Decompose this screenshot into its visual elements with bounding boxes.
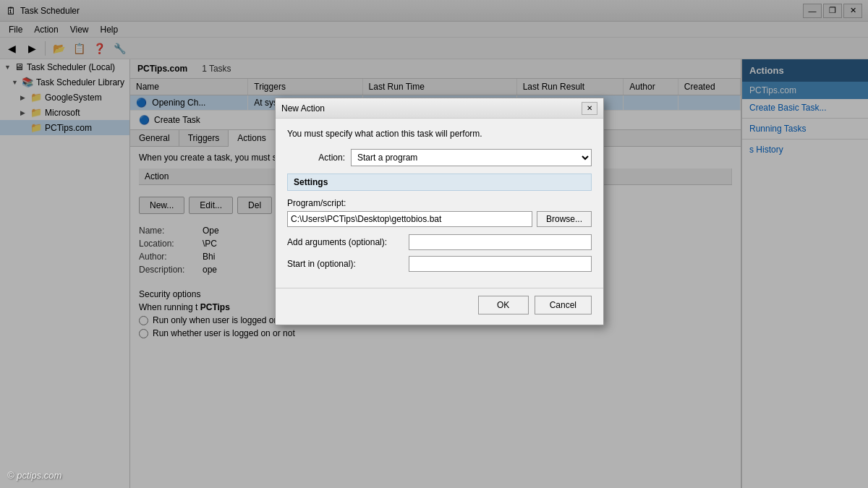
ok-button[interactable]: OK — [478, 296, 529, 314]
settings-header: Settings — [287, 174, 592, 191]
action-select[interactable]: Start a program Send an e-mail Display a… — [351, 149, 592, 166]
program-input-row: Browse... — [287, 211, 592, 227]
action-label: Action: — [287, 153, 345, 163]
modal-title: New Action — [281, 103, 582, 114]
start-in-label: Start in (optional): — [287, 259, 403, 269]
modal-close-button[interactable]: ✕ — [582, 102, 597, 115]
program-input[interactable] — [287, 211, 532, 227]
add-args-row: Add arguments (optional): — [287, 234, 592, 250]
modal-overlay: New Action ✕ You must specify what actio… — [0, 0, 868, 488]
modal-description: You must specify what action this task w… — [287, 129, 592, 139]
add-args-input[interactable] — [409, 234, 592, 250]
start-in-input[interactable] — [409, 256, 592, 272]
browse-button[interactable]: Browse... — [537, 211, 592, 227]
program-label: Program/script: — [287, 198, 592, 208]
action-select-row: Action: Start a program Send an e-mail D… — [287, 149, 592, 166]
add-args-label: Add arguments (optional): — [287, 237, 403, 247]
modal-body: You must specify what action this task w… — [276, 119, 603, 288]
start-in-row: Start in (optional): — [287, 256, 592, 272]
cancel-button[interactable]: Cancel — [535, 296, 592, 314]
modal-title-bar: New Action ✕ — [276, 98, 603, 119]
new-action-modal: New Action ✕ You must specify what actio… — [275, 98, 604, 325]
modal-footer: OK Cancel — [276, 288, 603, 325]
